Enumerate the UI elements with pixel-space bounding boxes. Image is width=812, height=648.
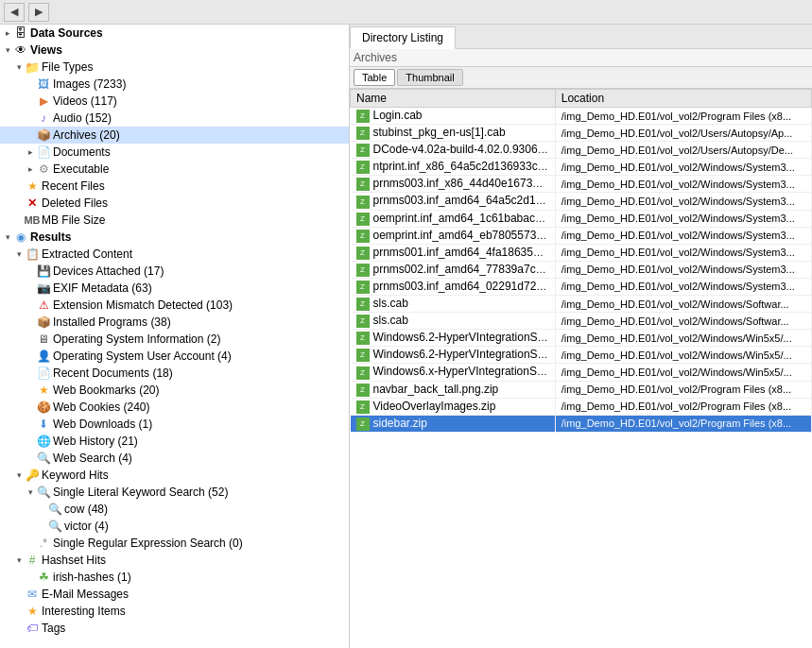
tree-web-bookmarks[interactable]: ★ Web Bookmarks (20) — [0, 382, 349, 399]
tree-irish-hashes[interactable]: ☘ irish-hashes (1) — [0, 569, 349, 586]
tree-web-downloads[interactable]: ⬇ Web Downloads (1) — [0, 416, 349, 433]
tree-recent-files[interactable]: ★ Recent Files — [0, 178, 349, 195]
table-row[interactable]: Zprnms003.inf_amd64_64a5c2d136933c8f.cab… — [351, 193, 812, 210]
video-icon: ▶ — [36, 94, 51, 109]
table-row[interactable]: Zsidebar.zip/img_Demo_HD.E01/vol_vol2/Pr… — [351, 415, 812, 432]
tree-single-regex[interactable]: .* Single Regular Expression Search (0) — [0, 535, 349, 552]
documents-label: Documents — [53, 145, 111, 159]
table-row[interactable]: ZWindows6.x-HyperVIntegrationServices-x8… — [351, 364, 812, 381]
table-row[interactable]: Zprnms003.inf_amd64_02291d7288731918.cab… — [351, 278, 812, 295]
file-location-cell: /img_Demo_HD.E01/vol_vol2/Windows/Softwa… — [555, 313, 811, 330]
user-icon: 👤 — [36, 349, 51, 364]
table-row[interactable]: ZLogin.cab/img_Demo_HD.E01/vol_vol2/Prog… — [351, 108, 812, 125]
expand-icon — [25, 299, 36, 311]
results-label: Results — [30, 230, 71, 244]
col-name-header[interactable]: Name — [351, 90, 556, 108]
tree-recent-documents[interactable]: 📄 Recent Documents (18) — [0, 365, 349, 382]
tree-views[interactable]: ▾ 👁 Views — [0, 42, 349, 59]
tree-exif-metadata[interactable]: 📷 EXIF Metadata (63) — [0, 280, 349, 297]
tree-mb-file-size[interactable]: MB MB File Size — [0, 212, 349, 229]
web-bookmarks-label: Web Bookmarks (20) — [53, 384, 159, 397]
tree-web-search[interactable]: 🔍 Web Search (4) — [0, 450, 349, 467]
file-location-cell: /img_Demo_HD.E01/vol_vol2/Program Files … — [555, 398, 811, 415]
file-icon: Z — [356, 264, 370, 277]
table-row[interactable]: Zoemprint.inf_amd64_eb780557355f07b5.cab… — [351, 227, 812, 244]
col-location-header[interactable]: Location — [555, 90, 811, 108]
file-name-text: prnms003.inf_amd64_02291d7288731918.cab — [373, 280, 556, 293]
mb-file-size-label: MB File Size — [42, 213, 105, 227]
table-row[interactable]: Zsls.cab/img_Demo_HD.E01/vol_vol2/Window… — [351, 296, 812, 313]
tree-web-history[interactable]: 🌐 Web History (21) — [0, 433, 349, 450]
table-row[interactable]: Zprnms002.inf_amd64_77839a7cc2b8a037.cab… — [351, 261, 812, 278]
tree-keyword-hits[interactable]: ▾ 🔑 Keyword Hits — [0, 467, 349, 484]
table-row[interactable]: Znavbar_back_tall.png.zip/img_Demo_HD.E0… — [351, 381, 812, 398]
tree-email-messages[interactable]: ✉ E-Mail Messages — [0, 586, 349, 603]
file-icon: Z — [356, 247, 370, 260]
table-row[interactable]: Zprnms001.inf_amd64_4fa1863520b2418e.cab… — [351, 244, 812, 261]
tree-os-user-account[interactable]: 👤 Operating System User Account (4) — [0, 348, 349, 365]
table-row[interactable]: Zntprint.inf_x86_64a5c2d136933c8f.cab/im… — [351, 159, 812, 176]
tree-hashset-hits[interactable]: ▾ # Hashset Hits — [0, 552, 349, 569]
tree-results[interactable]: ▾ ◉ Results — [0, 229, 349, 246]
table-row[interactable]: Zoemprint.inf_amd64_1c61babacbb41e90.cab… — [351, 210, 812, 227]
view-tab-thumbnail[interactable]: Thumbnail — [397, 69, 462, 86]
tree-file-types[interactable]: ▾ 📁 File Types — [0, 59, 349, 76]
expand-icon: ▾ — [2, 231, 13, 243]
tree-archives[interactable]: 📦 Archives (20) — [0, 127, 349, 144]
back-button[interactable]: ◀ — [4, 3, 25, 22]
file-name-text: Windows6.x-HyperVIntegrationServices-x86… — [373, 365, 556, 378]
audio-icon: ♪ — [36, 111, 51, 126]
tree-audio[interactable]: ♪ Audio (152) — [0, 110, 349, 127]
tree-extension-mismatch[interactable]: ⚠ Extension Mismatch Detected (103) — [0, 297, 349, 314]
tree-web-cookies[interactable]: 🍪 Web Cookies (240) — [0, 399, 349, 416]
tree-executable[interactable]: ▸ ⚙ Executable — [0, 161, 349, 178]
file-location-cell: /img_Demo_HD.E01/vol_vol2/Windows/System… — [555, 210, 811, 227]
tree-deleted-files[interactable]: ✕ Deleted Files — [0, 195, 349, 212]
tree-interesting-items[interactable]: ★ Interesting Items — [0, 603, 349, 620]
tree-documents[interactable]: ▸ 📄 Documents — [0, 144, 349, 161]
audio-label: Audio (152) — [53, 111, 112, 125]
expand-icon — [13, 214, 25, 226]
tab-directory-listing[interactable]: Directory Listing — [350, 26, 456, 49]
table-row[interactable]: ZWindows6.2-HyperVIntegrationServices-x6… — [351, 330, 812, 347]
forward-button[interactable]: ▶ — [28, 3, 49, 22]
tree-videos[interactable]: ▶ Videos (117) — [0, 93, 349, 110]
expand-icon — [25, 316, 36, 328]
keyword-icon: 🔑 — [25, 468, 40, 483]
file-icon: Z — [356, 161, 370, 174]
cow-label: cow (48) — [64, 503, 108, 516]
file-name-text: DCode-v4.02a-build-4.02.0.9306.zip — [373, 143, 556, 156]
tree-single-literal[interactable]: ▾ 🔍 Single Literal Keyword Search (52) — [0, 484, 349, 501]
table-row[interactable]: Zprnms003.inf_x86_44d40e16732ce8ee.cab/i… — [351, 176, 812, 193]
recent-documents-label: Recent Documents (18) — [53, 367, 173, 380]
tree-data-sources[interactable]: ▸ 🗄 Data Sources — [0, 25, 349, 42]
expand-icon — [25, 95, 36, 107]
tree-devices-attached[interactable]: 💾 Devices Attached (17) — [0, 263, 349, 280]
table-row[interactable]: ZWindows6.2-HyperVIntegrationServices-x8… — [351, 347, 812, 364]
table-row[interactable]: ZDCode-v4.02a-build-4.02.0.9306.zip/img_… — [351, 142, 812, 159]
exe-icon: ⚙ — [36, 162, 51, 177]
view-tab-table[interactable]: Table — [354, 69, 395, 86]
file-table-body: ZLogin.cab/img_Demo_HD.E01/vol_vol2/Prog… — [351, 108, 812, 433]
expand-icon: ▸ — [2, 27, 13, 39]
tree-victor[interactable]: 🔍 victor (4) — [0, 518, 349, 535]
os-icon: 🖥 — [36, 332, 51, 347]
web-history-label: Web History (21) — [53, 435, 138, 448]
file-icon: Z — [356, 418, 370, 431]
tree-cow[interactable]: 🔍 cow (48) — [0, 501, 349, 518]
file-icon: Z — [356, 401, 370, 414]
tags-label: Tags — [42, 622, 65, 635]
table-row[interactable]: ZVideoOverlayImages.zip/img_Demo_HD.E01/… — [351, 398, 812, 415]
table-row[interactable]: Zstubinst_pkg_en-us[1].cab/img_Demo_HD.E… — [351, 125, 812, 142]
tree-tags[interactable]: 🏷 Tags — [0, 620, 349, 637]
tree-extracted-content[interactable]: ▾ 📋 Extracted Content — [0, 246, 349, 263]
expand-icon — [25, 435, 36, 447]
table-row[interactable]: Zsls.cab/img_Demo_HD.E01/vol_vol2/Window… — [351, 313, 812, 330]
tree-images[interactable]: 🖼 Images (7233) — [0, 76, 349, 93]
file-icon: Z — [356, 230, 370, 243]
tree-installed-programs[interactable]: 📦 Installed Programs (38) — [0, 314, 349, 331]
tree-os-info[interactable]: 🖥 Operating System Information (2) — [0, 331, 349, 348]
file-types-label: File Types — [42, 60, 93, 74]
expand-icon — [13, 622, 25, 634]
expand-icon: ▾ — [13, 469, 25, 481]
